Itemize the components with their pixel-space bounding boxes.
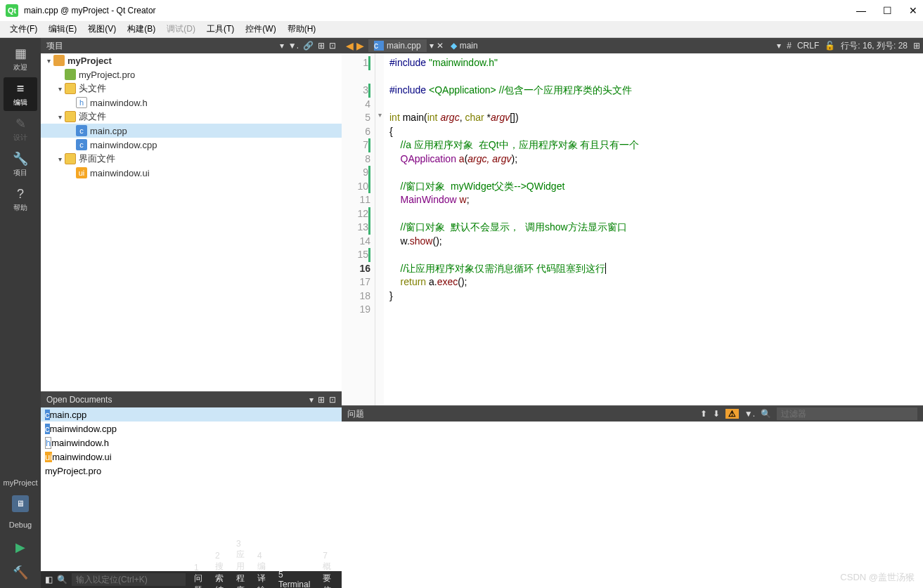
debug-kit-icon[interactable]: 🖥 <box>12 495 29 512</box>
statusbar: ◧ 🔍 1 问题 2 搜索结果 3 应用程序输出 4 编译输出 5 Termin… <box>41 571 342 588</box>
search-icon: 🔍 <box>57 575 67 584</box>
build-button[interactable]: 🔨 <box>8 563 33 582</box>
menu-debug[interactable]: 调试(D) <box>162 22 200 37</box>
icon[interactable]: ⬇ <box>713 409 720 419</box>
symbol-combo[interactable]: main <box>460 41 478 51</box>
code-editor[interactable]: 134 5678 9101112 13141516 171819 ▾ #incl… <box>342 53 923 405</box>
warning-icon: ⚠ <box>725 409 739 419</box>
folder-icon <box>65 111 76 122</box>
qt-icon: Qt <box>6 4 18 17</box>
add-icon[interactable]: ⊞ <box>318 395 325 405</box>
project-tree[interactable]: ▾myProject myProject.pro ▾头文件 hmainwindo… <box>41 53 342 391</box>
debug-label: Debug <box>9 518 32 532</box>
cpp-icon: c <box>76 139 87 150</box>
line-ending[interactable]: CRLF <box>797 41 819 51</box>
editor-tab[interactable]: cmain.cpp <box>368 39 427 52</box>
ui-icon: ui <box>45 452 52 462</box>
close-button[interactable]: ✕ <box>909 5 917 16</box>
split-icon[interactable]: ⊡ <box>329 41 336 51</box>
fold-column: ▾ <box>375 53 384 405</box>
dropdown-icon[interactable]: ▾ <box>777 41 781 51</box>
menu-build[interactable]: 构建(B) <box>123 22 160 37</box>
open-docs-header: Open Documents ▾ ⊞ ⊡ <box>41 392 342 407</box>
help-icon: ? <box>17 187 24 202</box>
menu-file[interactable]: 文件(F) <box>6 22 41 37</box>
dropdown-icon[interactable]: ▾ <box>280 41 284 51</box>
open-docs-list[interactable]: cmain.cpp cmainwindow.cpp hmainwindow.h … <box>41 407 342 571</box>
menu-view[interactable]: 视图(V) <box>84 22 120 37</box>
edit-icon: ≡ <box>17 81 25 96</box>
cursor-pos: 行号: 16, 列号: 28 <box>841 40 908 52</box>
gutter: 134 5678 9101112 13141516 171819 <box>342 53 375 405</box>
link-icon[interactable]: 🔗 <box>303 41 314 51</box>
close-tab-icon[interactable]: ✕ <box>437 41 444 51</box>
minimize-button[interactable]: — <box>856 5 866 16</box>
issues-panel-header: 问题 ⬆ ⬇ ⚠ ▼. 🔍 <box>342 406 923 422</box>
pro-icon <box>65 69 76 80</box>
nav-fwd-icon[interactable]: ▶ <box>355 40 366 51</box>
project-label[interactable]: myProject <box>4 476 38 490</box>
maximize-button[interactable]: ☐ <box>883 5 892 16</box>
nav-back-icon[interactable]: ◀ <box>344 40 355 51</box>
status-summary[interactable]: 7 概要信息 <box>318 551 335 588</box>
folder-icon <box>65 83 76 94</box>
folder-icon <box>53 55 65 66</box>
rail-design[interactable]: ✎设计 <box>4 112 37 146</box>
search-icon: 🔍 <box>761 409 771 419</box>
wrench-icon: 🔧 <box>13 151 28 166</box>
watermark: CSDN @盖世汤猴 <box>840 571 915 584</box>
split-icon[interactable]: ⊞ <box>913 41 920 51</box>
sidebar-toggle-icon[interactable]: ◧ <box>45 575 53 584</box>
dropdown-icon[interactable]: ▾ <box>309 395 314 405</box>
line-ending-hash: # <box>787 41 792 51</box>
rail-edit[interactable]: ≡编辑 <box>4 77 37 111</box>
run-button[interactable]: ▶ <box>8 537 33 557</box>
status-terminal[interactable]: 5 Terminal <box>274 570 314 588</box>
status-search[interactable]: 2 搜索结果 <box>211 551 228 588</box>
window-title: main.cpp @ myProject - Qt Creator <box>24 6 156 15</box>
filter-icon[interactable]: ▼. <box>744 409 755 419</box>
add-icon[interactable]: ⊞ <box>318 41 325 51</box>
menu-help[interactable]: 帮助(H) <box>283 22 321 37</box>
split-icon[interactable]: ⊡ <box>329 395 336 405</box>
icon[interactable]: ⬆ <box>700 409 707 419</box>
status-appout[interactable]: 3 应用程序输出 <box>232 539 249 588</box>
folder-icon <box>65 153 76 164</box>
lock-icon[interactable]: 🔓 <box>825 41 835 51</box>
filter-icon[interactable]: ▼. <box>288 41 299 51</box>
projects-panel-header: 项目 ▾ ▼. 🔗 ⊞ ⊡ <box>41 38 342 53</box>
h-icon: h <box>76 97 87 108</box>
menubar: 文件(F) 编辑(E) 视图(V) 构建(B) 调试(D) 工具(T) 控件(W… <box>0 21 923 38</box>
ui-icon: ui <box>76 167 87 178</box>
rail-projects[interactable]: 🔧项目 <box>4 148 37 181</box>
filter-input[interactable] <box>777 407 917 420</box>
menu-edit[interactable]: 编辑(E) <box>44 22 81 37</box>
menu-widgets[interactable]: 控件(W) <box>241 22 280 37</box>
left-rail: ▦欢迎 ≡编辑 ✎设计 🔧项目 ?帮助 myProject 🖥 Debug ▶ … <box>0 38 41 588</box>
h-icon: h <box>45 437 51 449</box>
grid-icon: ▦ <box>15 46 27 61</box>
status-issues[interactable]: 1 问题 <box>190 563 207 588</box>
cpp-icon: c <box>76 125 87 136</box>
rail-welcome[interactable]: ▦欢迎 <box>4 42 37 76</box>
pencil-icon: ✎ <box>15 116 26 131</box>
editor-toolbar: ◀▶ cmain.cpp ▾ ✕ ◆ main ▾ # CRLF 🔓 行号: 1… <box>342 38 923 53</box>
menu-tools[interactable]: 工具(T) <box>202 22 238 37</box>
status-compile[interactable]: 4 编译输出 <box>253 551 270 588</box>
dropdown-icon[interactable]: ▾ <box>430 41 434 51</box>
locator-input[interactable] <box>72 573 186 586</box>
symbol-icon: ◆ <box>451 41 457 51</box>
issues-panel-body <box>342 422 923 588</box>
rail-help[interactable]: ?帮助 <box>4 183 37 216</box>
cpp-icon: c <box>374 41 384 51</box>
